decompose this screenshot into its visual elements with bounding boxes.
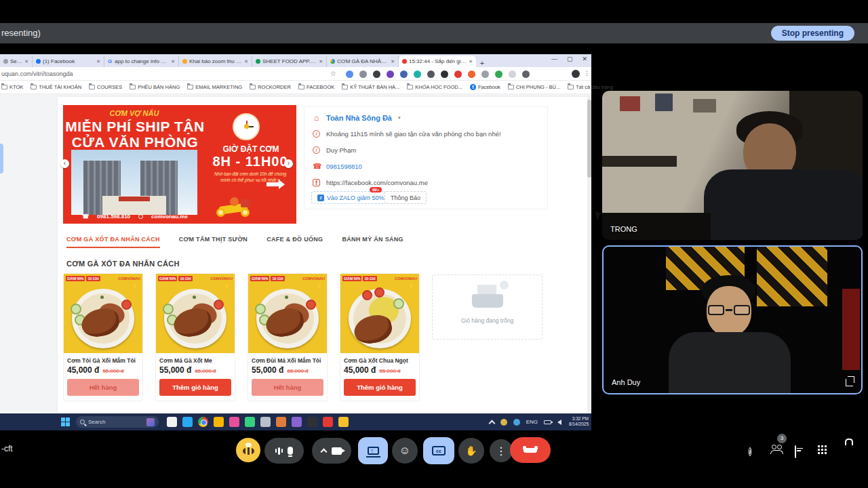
taskbar-app-icon[interactable] (245, 417, 255, 427)
meeting-details-button[interactable]: i (749, 445, 751, 457)
promo-banner[interactable]: CƠM VỢ NẤU MIỄN PHÍ SHIP TẬNCỬA VĂN PHÒN… (63, 105, 296, 224)
new-tab-button[interactable]: + (476, 59, 488, 67)
tab-close-icon[interactable]: ✕ (24, 59, 28, 64)
tab-close-icon[interactable]: ✕ (391, 59, 395, 64)
category-tab[interactable]: BÁNH MỲ ĂN SÁNG (342, 236, 403, 248)
minimize-icon[interactable]: — (551, 56, 557, 62)
taskbar-app-icon[interactable] (276, 417, 286, 427)
browser-menu-icon[interactable]: ⋮ (584, 70, 590, 77)
browser-tab[interactable]: (1) Facebook✕ (33, 56, 104, 67)
browser-tab[interactable]: 15:32:44 - Sắp đến giờ đặt s...✕ (399, 56, 476, 67)
extension-icon[interactable] (359, 70, 367, 78)
bookmark-item[interactable]: COURSES (89, 84, 122, 90)
tab-close-icon[interactable]: ✕ (319, 59, 323, 64)
add-to-cart-button[interactable]: Thêm giỏ hàng (344, 379, 416, 396)
bookmark-item[interactable]: THUÊ TÀI KHOẢN (31, 84, 81, 90)
product-card[interactable]: GIẢM 50%10-11HCOMVONAU⚡Cơm Gà Xốt Chua N… (340, 273, 420, 401)
extension-icon[interactable] (400, 70, 408, 78)
carousel-next-button[interactable]: › (284, 159, 293, 168)
bookmark-item[interactable]: KTOK (1, 84, 23, 90)
bookmark-item[interactable]: PHỄU BÁN HÀNG (130, 84, 180, 90)
extension-icon[interactable] (522, 70, 530, 78)
sold-out-button[interactable]: Hết hàng (67, 379, 139, 396)
tab-close-icon[interactable]: ✕ (171, 59, 175, 64)
taskbar-app-icon[interactable] (323, 417, 333, 427)
browser-tab[interactable]: CƠM GÀ ĐA NHÂN CÁCH - ...✕ (327, 56, 399, 67)
taskbar-app-icon[interactable] (167, 417, 177, 427)
taskbar-app-icon[interactable] (338, 417, 349, 427)
extension-icon[interactable] (468, 70, 475, 78)
taskbar-app-icon[interactable] (307, 417, 317, 427)
taskbar-app-icon[interactable] (260, 417, 271, 427)
battery-icon[interactable] (544, 420, 551, 424)
browser-tab[interactable]: Search✕ (0, 56, 33, 67)
extension-icon[interactable] (509, 70, 516, 78)
browser-tab[interactable]: Khai báo zoom thu thuật đế...✕ (179, 56, 252, 67)
product-card[interactable]: GIẢM 50%10-11HCOMVONAU⚡Cơm Tỏi Gà Xối Mắ… (63, 273, 143, 401)
phone-link[interactable]: 0981598810 (326, 163, 362, 170)
chrome-icon[interactable] (198, 417, 208, 427)
bookmark-item[interactable]: ROCKORDER (250, 84, 291, 90)
maximize-icon[interactable]: ▢ (567, 56, 573, 62)
chat-button[interactable] (795, 446, 796, 458)
all-bookmarks-button[interactable]: Tất cả dấu trang (568, 84, 620, 90)
facebook-link[interactable]: https://facebook.com/comvonau.me (326, 179, 428, 186)
bookmark-item[interactable]: KHÓA HỌC FOOD... (407, 84, 462, 90)
close-icon[interactable]: ✕ (582, 56, 587, 62)
start-button[interactable] (61, 418, 70, 426)
product-card[interactable]: GIẢM 50%10-11HCOMVONAU⚡Cơm Má Gà Xốt Me5… (155, 273, 235, 401)
extension-icon[interactable] (454, 70, 462, 78)
browser-tab[interactable]: Gapp to change info android ...✕ (104, 56, 179, 67)
extension-icon[interactable] (346, 70, 353, 78)
page-scrollbar[interactable] (587, 94, 591, 413)
end-call-button[interactable] (510, 437, 551, 463)
speaker-icon[interactable] (557, 420, 561, 425)
tray-icon[interactable] (500, 419, 507, 426)
bookmark-item[interactable]: FACEBOOK (298, 84, 334, 90)
taskbar-app-icon[interactable] (182, 417, 193, 427)
add-to-cart-button[interactable]: Thêm giỏ hàng (159, 379, 231, 396)
taskbar-app-icon[interactable] (229, 417, 239, 427)
participant-tile-anh-duy[interactable]: Anh Duy (602, 245, 863, 394)
store-name-link[interactable]: Toàn Nhà Sông Đà (326, 114, 392, 122)
taskbar-app-icon[interactable] (214, 417, 224, 427)
microphone-button[interactable] (264, 438, 304, 464)
extension-icon[interactable] (387, 70, 394, 78)
tab-close-icon[interactable]: ✕ (244, 59, 248, 64)
url-text[interactable]: uquan.com/vitri/toasongda (1, 70, 73, 77)
bookmark-star-icon[interactable]: ☆ (330, 70, 336, 77)
notify-button[interactable]: Thông Báo (384, 191, 427, 204)
extension-icon[interactable] (414, 70, 421, 78)
self-avatar-bee[interactable] (236, 438, 260, 462)
camera-button[interactable] (312, 438, 351, 464)
carousel-prev-button[interactable]: ‹ (60, 159, 69, 168)
sold-out-button[interactable]: Hết hàng (252, 379, 323, 396)
extension-icon[interactable] (495, 70, 502, 78)
stop-presenting-button[interactable]: Stop presenting (771, 26, 854, 41)
extension-icon[interactable] (441, 70, 448, 78)
chevron-down-icon[interactable]: ▾ (398, 115, 401, 121)
language-indicator[interactable]: ENG (526, 419, 538, 425)
reactions-button[interactable]: ☺ (392, 438, 418, 464)
captions-button-active[interactable]: cc (423, 437, 454, 464)
zalo-button[interactable]: Z Vào ZALO giảm 50% 99+ (311, 191, 391, 204)
product-card[interactable]: GIẢM 50%10-11HCOMVONAU⚡Cơm Đùi Má Xối Mắ… (248, 273, 328, 401)
taskbar-search[interactable]: Search (76, 416, 159, 428)
bookmark-item[interactable]: KỸ THUẬT BÁN HÀ... (342, 84, 399, 90)
extension-icon[interactable] (481, 70, 489, 78)
tab-close-icon[interactable]: ✕ (96, 59, 100, 64)
bookmark-item[interactable]: EMAIL MARKETING (187, 84, 242, 90)
extension-icon[interactable] (427, 70, 435, 78)
bookmark-item[interactable]: CHỊ PHỤNG - BÙ... (508, 84, 560, 90)
crop-icon[interactable] (846, 379, 853, 386)
taskbar-clock[interactable]: 3:32 PM 8/14/2025 (569, 416, 589, 427)
browser-tab[interactable]: SHEET FOOD APP.xlsx - Goo...✕ (252, 56, 327, 67)
tab-close-icon[interactable]: ✕ (469, 59, 473, 64)
bookmark-item[interactable]: fFacebook (470, 84, 500, 90)
taskbar-app-icon[interactable] (292, 417, 302, 427)
present-button-active[interactable] (358, 437, 388, 464)
category-tab[interactable]: CƠM GÀ XỐT ĐA NHÂN CÁCH (66, 236, 160, 248)
activities-button[interactable] (818, 445, 827, 454)
participant-tile-trong[interactable]: TRONG (602, 91, 863, 240)
tray-expand-icon[interactable] (488, 420, 495, 427)
